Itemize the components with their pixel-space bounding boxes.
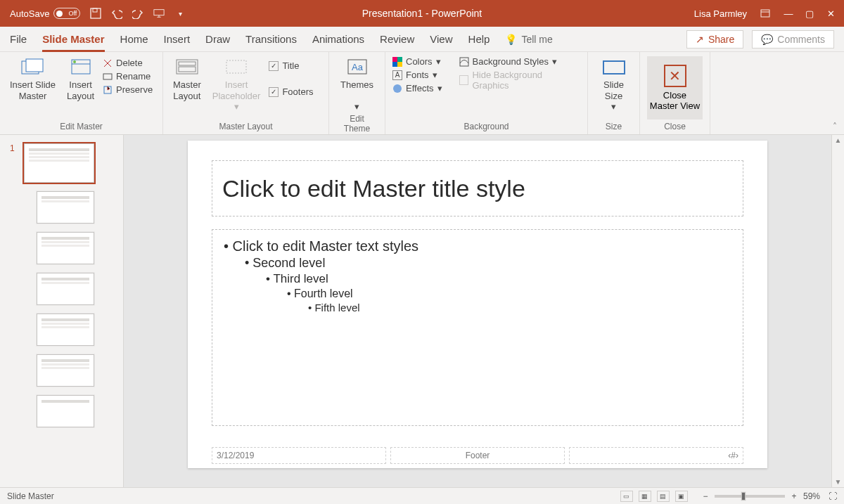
zoom-control[interactable]: − + 59% ⛶ — [701, 491, 837, 501]
svg-point-20 — [393, 84, 402, 93]
body-placeholder[interactable]: Click to edit Master text styles Second … — [212, 229, 743, 426]
footers-checkbox[interactable]: ✓Footers — [269, 86, 313, 97]
undo-icon[interactable] — [111, 8, 122, 19]
redo-icon[interactable] — [132, 8, 143, 19]
zoom-slider[interactable] — [715, 495, 785, 498]
title-bar: AutoSave Off ▾ Presentation1 - PowerPoin… — [0, 0, 844, 27]
insert-slide-master-button[interactable]: Insert Slide Master — [7, 56, 58, 103]
delete-button[interactable]: Delete — [103, 58, 153, 68]
user-name[interactable]: Lisa Parmley — [694, 8, 747, 19]
group-size: Size — [595, 122, 632, 133]
slide-canvas[interactable]: Click to edit Master title style Click t… — [124, 135, 831, 487]
svg-rect-0 — [91, 8, 101, 18]
tab-file[interactable]: File — [10, 27, 27, 51]
svg-text:Aa: Aa — [352, 62, 364, 72]
svg-rect-2 — [154, 10, 164, 15]
slideshow-view-button[interactable]: ▣ — [675, 491, 688, 502]
date-placeholder[interactable]: 3/12/2019 — [212, 447, 386, 464]
scroll-up-icon[interactable]: ▲ — [832, 136, 844, 144]
layout-thumbnail[interactable] — [37, 314, 94, 346]
effects-button[interactable]: Effects ▾ — [392, 83, 442, 93]
layout-thumbnail[interactable] — [37, 395, 94, 427]
fonts-button[interactable]: AFonts ▾ — [392, 70, 442, 80]
tell-me-search[interactable]: 💡 Tell me — [505, 34, 552, 45]
present-icon[interactable] — [153, 8, 165, 19]
autosave-toggle[interactable]: AutoSave Off — [10, 8, 80, 19]
work-area: 1 Click to edit Master title style Click… — [0, 135, 844, 487]
slide-number-placeholder[interactable]: ‹#› — [569, 447, 743, 464]
close-window-button[interactable]: ✕ — [826, 8, 836, 19]
colors-button[interactable]: Colors ▾ — [392, 56, 442, 67]
tab-draw[interactable]: Draw — [205, 27, 230, 51]
master-layout-icon — [174, 58, 200, 77]
svg-rect-22 — [603, 61, 625, 74]
autosave-state: Off — [69, 10, 77, 17]
master-layout-button[interactable]: Master Layout — [170, 56, 204, 103]
autosave-label: AutoSave — [10, 8, 49, 19]
layout-thumbnail[interactable] — [37, 354, 94, 387]
fit-to-window-button[interactable]: ⛶ — [829, 491, 837, 501]
title-checkbox[interactable]: ✓Title — [269, 60, 313, 71]
close-master-view-button[interactable]: ✕ Close Master View — [647, 56, 703, 119]
group-master-layout: Master Layout — [170, 122, 321, 133]
comments-label: Comments — [777, 34, 825, 45]
zoom-value: 59% — [803, 491, 820, 501]
share-label: Share — [708, 34, 734, 45]
rename-button[interactable]: Rename — [103, 71, 153, 82]
slide-master-icon — [20, 58, 46, 77]
tab-help[interactable]: Help — [468, 27, 490, 51]
slide-master[interactable]: Click to edit Master title style Click t… — [188, 141, 767, 468]
themes-icon: Aa — [345, 58, 370, 77]
svg-rect-18 — [392, 62, 397, 67]
sorter-view-button[interactable]: ▦ — [639, 491, 651, 502]
tab-view[interactable]: View — [430, 27, 452, 51]
svg-rect-13 — [226, 60, 246, 73]
themes-button[interactable]: Aa Themes▾ — [338, 56, 376, 114]
tab-transitions[interactable]: Transitions — [245, 27, 297, 51]
maximize-button[interactable]: ▢ — [805, 8, 814, 19]
qat-dropdown-icon[interactable]: ▾ — [174, 8, 186, 19]
comments-button[interactable]: 💬 Comments — [752, 30, 834, 49]
background-styles-button[interactable]: Background Styles ▾ — [459, 56, 580, 67]
tab-home[interactable]: Home — [120, 27, 148, 51]
placeholder-icon — [224, 58, 249, 77]
slide-size-button[interactable]: Slide Size ▾ — [599, 56, 629, 114]
vertical-scrollbar[interactable]: ▲ ▼ — [831, 135, 844, 487]
save-icon[interactable] — [90, 8, 101, 19]
layout-thumbnail[interactable] — [37, 191, 94, 224]
svg-rect-3 — [761, 10, 769, 17]
group-edit-master: Edit Master — [7, 122, 155, 133]
group-edit-theme: Edit Theme — [336, 114, 378, 135]
svg-rect-8 — [103, 74, 112, 79]
share-button[interactable]: ↗ Share — [686, 30, 743, 49]
zoom-in-button[interactable]: + — [789, 491, 799, 501]
title-placeholder[interactable]: Click to edit Master title style — [212, 160, 743, 217]
tab-slide-master[interactable]: Slide Master — [42, 27, 104, 51]
share-icon: ↗ — [696, 34, 704, 45]
layout-thumbnail[interactable] — [37, 273, 94, 305]
collapse-ribbon-icon[interactable]: ˄ — [833, 122, 837, 131]
ribbon-options-icon[interactable] — [760, 8, 771, 19]
tab-animations[interactable]: Animations — [312, 27, 364, 51]
reading-view-button[interactable]: ▤ — [657, 491, 670, 502]
tab-review[interactable]: Review — [380, 27, 414, 51]
minimize-button[interactable]: — — [784, 8, 793, 19]
thumbnail-pane[interactable]: 1 — [0, 135, 124, 487]
preserve-button[interactable]: Preserve — [103, 84, 153, 95]
hide-background-checkbox: Hide Background Graphics — [459, 70, 580, 91]
document-title: Presentation1 - PowerPoint — [362, 8, 482, 19]
lightbulb-icon: 💡 — [505, 34, 517, 45]
normal-view-button[interactable]: ▭ — [620, 491, 633, 502]
footer-placeholder[interactable]: Footer — [390, 447, 565, 464]
scroll-down-icon[interactable]: ▼ — [832, 478, 844, 486]
svg-rect-19 — [397, 62, 402, 67]
insert-layout-button[interactable]: Insert Layout — [64, 56, 97, 103]
layout-thumbnail[interactable] — [37, 232, 94, 264]
close-x-icon: ✕ — [664, 65, 686, 87]
slide-size-icon — [601, 58, 627, 77]
group-background: Background — [392, 122, 580, 133]
zoom-out-button[interactable]: − — [701, 491, 710, 501]
tab-insert[interactable]: Insert — [164, 27, 191, 51]
master-thumbnail[interactable] — [24, 143, 94, 183]
thumb-number: 1 — [10, 143, 15, 153]
